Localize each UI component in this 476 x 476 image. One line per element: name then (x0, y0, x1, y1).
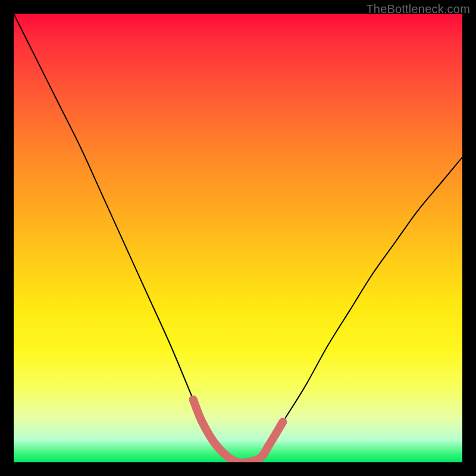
chart-svg (14, 14, 462, 462)
bottleneck-curve-path (14, 14, 462, 462)
watermark-text: TheBottleneck.com (366, 2, 470, 16)
plot-area (14, 14, 462, 462)
highlight-segment-path (193, 399, 283, 462)
chart-frame: TheBottleneck.com (0, 0, 476, 476)
